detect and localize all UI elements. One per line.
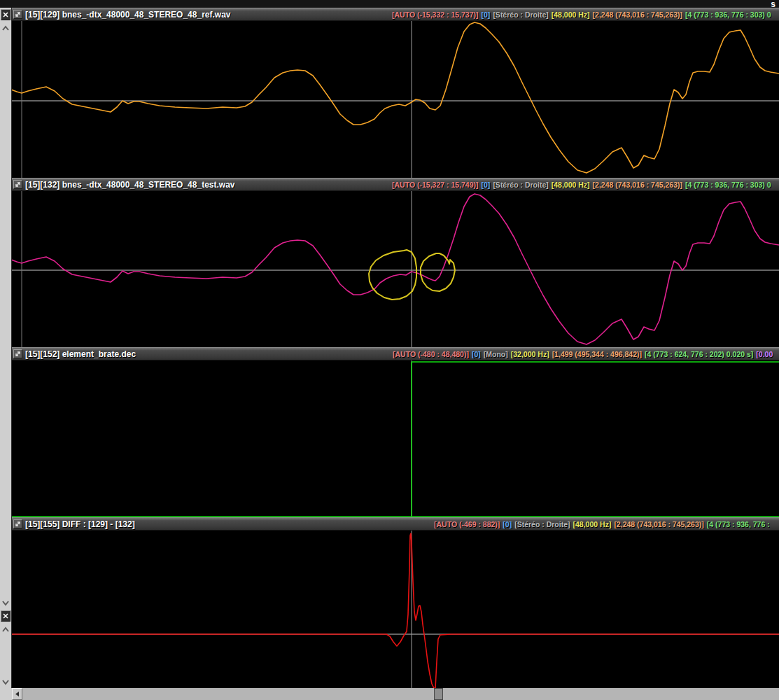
panel-move-icon[interactable] bbox=[13, 519, 22, 528]
info-segment: [4 (773 : 936, 776 : 303) 0 bbox=[685, 181, 771, 189]
info-segment: [2,248 (743,016 : 745,263)] bbox=[614, 520, 703, 528]
info-segment: [48,000 Hz] bbox=[552, 181, 590, 189]
info-segment: [Stéréo : Droite] bbox=[493, 10, 548, 19]
scroll-down-icon-lower[interactable] bbox=[1, 678, 10, 686]
panel-titlebar-ref[interactable]: [15][129] bnes_-dtx_48000_48_STEREO_48_r… bbox=[12, 8, 779, 21]
scrollbar-corner bbox=[0, 688, 12, 700]
scroll-down-icon[interactable] bbox=[1, 599, 10, 607]
info-segment: [0] bbox=[472, 350, 481, 358]
info-segment: [4 (773 : 936, 776 : 303) 0 bbox=[685, 10, 771, 19]
info-segment: [48,000 Hz] bbox=[573, 520, 612, 528]
scroll-left-icon bbox=[15, 691, 20, 697]
info-segment: [Stéréo : Droite] bbox=[514, 520, 570, 528]
scrollbar-thumb[interactable] bbox=[434, 688, 443, 700]
scroll-up-icon[interactable] bbox=[1, 24, 10, 32]
panel-titlebar-test[interactable]: [15][132] bnes_-dtx_48000_48_STEREO_48_t… bbox=[12, 178, 779, 191]
app-window: s [15][129] bnes_-dtx_48000_48_STEREO_48… bbox=[0, 0, 779, 700]
waveform-trace bbox=[12, 194, 779, 344]
info-segment: [32,000 Hz] bbox=[511, 350, 549, 358]
close-button[interactable] bbox=[1, 9, 10, 20]
panel-title: [15][152] element_brate.dec bbox=[25, 348, 136, 360]
waveform-trace bbox=[12, 22, 779, 173]
panel-info: [AUTO (-480 : 48,480)][0][Mono][32,000 H… bbox=[393, 348, 776, 360]
scroll-up-icon-lower[interactable] bbox=[1, 626, 10, 634]
pen-circle-left-annotation bbox=[369, 250, 416, 300]
info-segment: [AUTO (-15,332 : 15,737)] bbox=[392, 10, 479, 19]
waveform-view-test[interactable] bbox=[12, 191, 779, 347]
close-icon bbox=[3, 12, 8, 18]
info-segment: [0.00 bbox=[756, 350, 773, 358]
panel-info: [AUTO (-15,332 : 15,737)][0][Stéréo : Dr… bbox=[392, 8, 774, 21]
info-segment: [AUTO (-15,327 : 15,749)] bbox=[392, 181, 479, 189]
info-segment: [0] bbox=[482, 181, 491, 189]
info-segment: [0] bbox=[482, 10, 491, 19]
close-icon bbox=[3, 613, 8, 619]
vertical-scrollbar[interactable] bbox=[0, 8, 12, 688]
panel-move-icon[interactable] bbox=[13, 349, 22, 358]
info-segment: [0] bbox=[503, 520, 512, 528]
info-segment: [4 (773 : 936, 776 : bbox=[707, 520, 770, 528]
panel-info: [AUTO (-469 : 882)][0][Stéréo : Droite][… bbox=[434, 518, 773, 531]
info-segment: [AUTO (-480 : 48,480)] bbox=[393, 350, 469, 358]
panel-titlebar-brate[interactable]: [15][152] element_brate.dec [AUTO (-480 … bbox=[12, 347, 779, 360]
waveform-view-brate[interactable] bbox=[12, 360, 779, 517]
info-segment: [48,000 Hz] bbox=[552, 10, 590, 19]
info-segment: [2,248 (743,016 : 745,263)] bbox=[593, 10, 682, 19]
panel-move-icon[interactable] bbox=[13, 10, 22, 19]
info-segment: [4 (773 : 624, 776 : 202) 0.020 s] bbox=[645, 350, 753, 358]
top-strip: s bbox=[0, 0, 779, 8]
panel-title: [15][132] bnes_-dtx_48000_48_STEREO_48_t… bbox=[25, 178, 235, 191]
close-button-lower[interactable] bbox=[1, 610, 10, 622]
waveform-trace bbox=[12, 533, 779, 688]
waveform-view-ref[interactable] bbox=[12, 21, 779, 178]
waveform-view-diff[interactable] bbox=[12, 531, 779, 688]
panel-title: [15][129] bnes_-dtx_48000_48_STEREO_48_r… bbox=[25, 8, 231, 21]
info-segment: [Mono] bbox=[484, 350, 508, 358]
panel-title: [15][155] DIFF : [129] - [132] bbox=[25, 518, 135, 531]
scroll-left-button[interactable] bbox=[12, 688, 22, 700]
panel-titlebar-diff[interactable]: [15][155] DIFF : [129] - [132] [AUTO (-4… bbox=[12, 517, 779, 531]
info-segment: [AUTO (-469 : 882)] bbox=[434, 520, 500, 528]
info-segment: [Stéréo : Droite] bbox=[493, 181, 548, 189]
panel-move-icon[interactable] bbox=[13, 180, 22, 189]
panel-info: [AUTO (-15,327 : 15,749)][0][Stéréo : Dr… bbox=[392, 178, 774, 191]
pen-circle-right-annotation bbox=[421, 253, 455, 291]
info-segment: [2,248 (743,016 : 745,263)] bbox=[593, 181, 682, 189]
horizontal-scrollbar[interactable] bbox=[12, 688, 779, 700]
info-segment: [1,499 (495,344 : 496,842)] bbox=[552, 350, 642, 358]
